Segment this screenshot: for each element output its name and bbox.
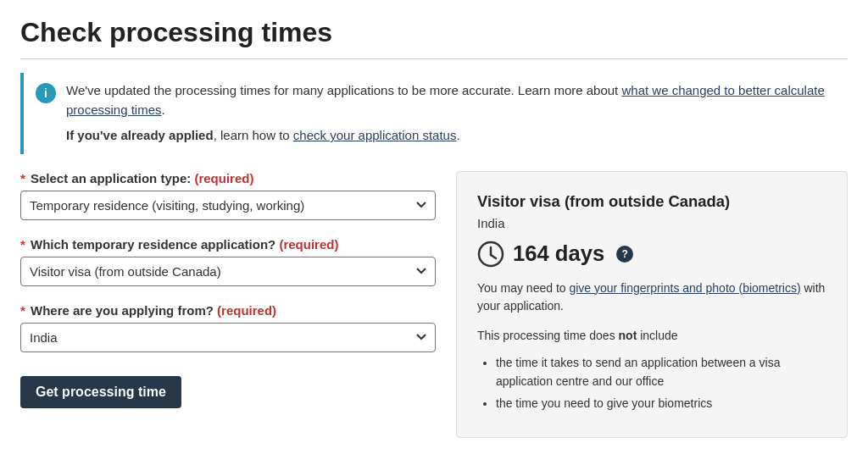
clock-icon xyxy=(477,241,504,268)
result-biometrics-note: You may need to give your fingerprints a… xyxy=(477,280,826,315)
residence-type-label: * Which temporary residence application?… xyxy=(20,237,436,252)
info-text: We've updated the processing times for m… xyxy=(66,81,836,146)
application-type-label: * Select an application type: (required) xyxy=(20,171,436,185)
exclusion-item-2: the time you need to give your biometric… xyxy=(496,394,826,412)
residence-type-group: * Which temporary residence application?… xyxy=(20,237,436,286)
application-type-select[interactable]: Temporary residence (visiting, studying,… xyxy=(20,191,436,220)
residence-type-select[interactable]: Visitor visa (from outside Canada) Study… xyxy=(20,257,436,286)
get-processing-time-button[interactable]: Get processing time xyxy=(20,376,181,408)
svg-line-2 xyxy=(491,255,496,258)
info-paragraph-2: If you've already applied, learn how to … xyxy=(66,126,836,146)
application-type-group: * Select an application type: (required)… xyxy=(20,171,436,220)
result-days: 164 days ? xyxy=(477,241,826,268)
info-paragraph-1: We've updated the processing times for m… xyxy=(66,81,836,119)
exclusion-item-1: the time it takes to send an application… xyxy=(496,353,826,391)
country-group: * Where are you applying from? (required… xyxy=(20,303,436,352)
result-exclusions-list: the time it takes to send an application… xyxy=(477,353,826,413)
result-country: India xyxy=(477,216,826,230)
country-select[interactable]: India China United States United Kingdom… xyxy=(20,323,436,352)
form-section: * Select an application type: (required)… xyxy=(20,171,436,408)
info-banner: i We've updated the processing times for… xyxy=(20,73,848,154)
result-panel: Visitor visa (from outside Canada) India… xyxy=(456,171,848,438)
result-not-include: This processing time does not include xyxy=(477,327,826,345)
application-status-link[interactable]: check your application status xyxy=(293,128,457,142)
info-icon: i xyxy=(36,83,56,103)
country-label: * Where are you applying from? (required… xyxy=(20,303,436,318)
help-icon[interactable]: ? xyxy=(616,246,633,263)
title-divider xyxy=(20,58,848,59)
result-title: Visitor visa (from outside Canada) xyxy=(477,192,826,211)
page-title: Check processing times xyxy=(20,17,848,48)
main-content: * Select an application type: (required)… xyxy=(20,171,848,438)
biometrics-link[interactable]: give your fingerprints and photo (biomet… xyxy=(569,281,800,295)
